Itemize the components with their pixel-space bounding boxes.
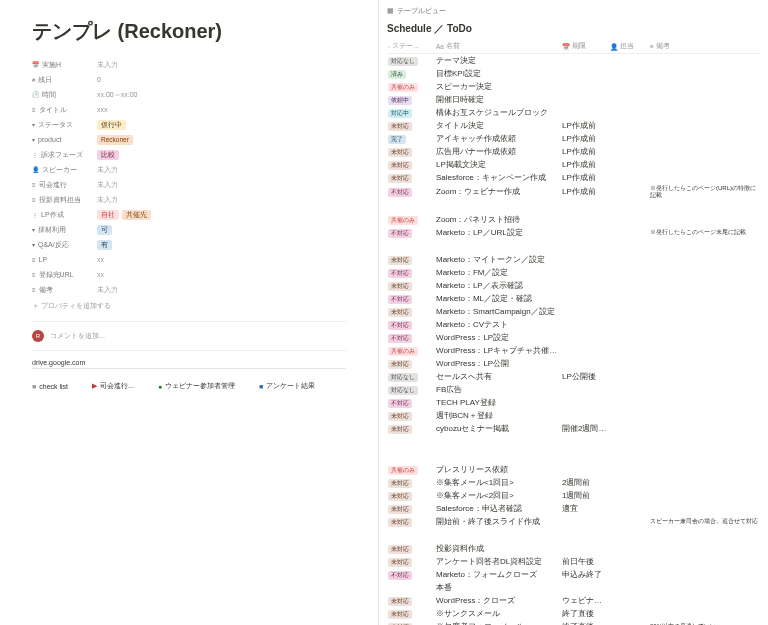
table-view-selector[interactable]: ▦ テーブルビュー — [387, 4, 760, 18]
cell-status[interactable]: 不対応 — [387, 320, 435, 330]
cell-deadline[interactable]: 2週間前 — [561, 477, 609, 488]
cell-name[interactable]: LP掲載文決定 — [435, 159, 561, 170]
cell-status[interactable]: 未対応 — [387, 609, 435, 619]
table-row[interactable]: 不対応TECH PLAY登録 — [387, 396, 760, 409]
cell-status[interactable]: 未対応 — [387, 557, 435, 567]
cell-deadline[interactable]: 前日午後 — [561, 556, 609, 567]
cell-name[interactable]: 広告用バナー作成依頼 — [435, 146, 561, 157]
cell-status[interactable]: 未対応 — [387, 307, 435, 317]
table-row[interactable]: 未対応Marketo：SmartCampaign／設定 — [387, 305, 760, 318]
cell-deadline[interactable]: 開催2週間以上前 — [561, 423, 609, 434]
cell-name[interactable]: ※集客メール<1回目> — [435, 477, 561, 488]
property-value[interactable]: 可 — [97, 225, 112, 235]
table-row[interactable]: 未対応週刊BCN＋登録 — [387, 409, 760, 422]
property-row[interactable]: ▾ステータス仮行中 — [32, 117, 346, 132]
table-row[interactable]: 不対応WordPress：LP設定 — [387, 331, 760, 344]
cell-status[interactable]: 対応なし — [387, 56, 435, 66]
cell-name[interactable]: ※欠席者フォローメール — [435, 621, 561, 625]
cell-name[interactable]: 目標KPI設定 — [435, 68, 561, 79]
cell-name[interactable]: 週刊BCN＋登録 — [435, 410, 561, 421]
cell-name[interactable]: WordPress：クローズ — [435, 595, 561, 606]
table-row[interactable]: 本番 — [387, 581, 760, 594]
property-value[interactable]: 未入力 — [97, 285, 118, 295]
cell-deadline[interactable]: LP公開後 — [561, 371, 609, 382]
cell-name[interactable]: Salesforce：申込者確認 — [435, 503, 561, 514]
cell-note[interactable]: スピーカー兼司会の場合、追合せて対応 — [649, 518, 760, 525]
cell-deadline[interactable]: LP作成前 — [561, 172, 609, 183]
cell-name[interactable]: TECH PLAY登録 — [435, 397, 561, 408]
cell-note[interactable]: ※発行したらこのページ末尾に記載 — [649, 229, 760, 236]
add-property-button[interactable]: ＋ プロパティを追加する — [32, 297, 346, 315]
cell-status[interactable]: 未対応 — [387, 411, 435, 421]
cell-status[interactable]: 対応中 — [387, 108, 435, 118]
cell-name[interactable]: Marketo：フォームクローズ — [435, 569, 561, 580]
cell-status[interactable]: 未対応 — [387, 255, 435, 265]
cell-deadline[interactable]: LP作成前 — [561, 186, 609, 197]
property-row[interactable]: ≡備考未入力 — [32, 282, 346, 297]
cell-name[interactable]: cybozuセミナー掲載 — [435, 423, 561, 434]
cell-name[interactable]: アイキャッチ作成依頼 — [435, 133, 561, 144]
cell-deadline[interactable]: ウェビナー中 — [561, 595, 609, 606]
table-row[interactable]: 未対応※集客メール<2回目>1週間前 — [387, 489, 760, 502]
cell-status[interactable]: 未対応 — [387, 424, 435, 434]
cell-status[interactable]: 未対応 — [387, 478, 435, 488]
cell-name[interactable]: Zoom：パネリスト招待 — [435, 214, 561, 225]
cell-name[interactable]: プレスリリース依頼 — [435, 464, 561, 475]
cell-name[interactable]: Marketo：LP／表示確認 — [435, 280, 561, 291]
cell-note[interactable]: ※発行したらこのページ(URL)の特徴に記載 — [649, 185, 760, 198]
property-row[interactable]: ≡登録完URLxx — [32, 267, 346, 282]
cell-status[interactable]: 対応なし — [387, 385, 435, 395]
cell-status[interactable]: 不対応 — [387, 294, 435, 304]
table-row[interactable]: 未対応Marketo：マイトークン／設定 — [387, 253, 760, 266]
cell-status[interactable]: 未対応 — [387, 160, 435, 170]
cell-deadline[interactable]: LP作成前 — [561, 120, 609, 131]
cell-deadline[interactable]: LP作成前 — [561, 146, 609, 157]
property-value[interactable]: xx:00～xx:00 — [97, 90, 137, 100]
database-title[interactable]: Schedule ／ ToDo — [387, 22, 760, 36]
page-title[interactable]: テンプレ (Reckoner) — [32, 18, 346, 45]
cell-name[interactable]: 投影資料作成 — [435, 543, 561, 554]
property-row[interactable]: ▾Q&A/反応有 — [32, 237, 346, 252]
cell-status[interactable]: 未対応 — [387, 121, 435, 131]
table-row[interactable]: 対応なしFB広告 — [387, 383, 760, 396]
property-value[interactable]: 未入力 — [97, 195, 118, 205]
table-row[interactable]: 未対応タイトル決定LP作成前 — [387, 119, 760, 132]
cell-deadline[interactable]: 申込み終了 — [561, 569, 609, 580]
table-row[interactable]: 未対応アンケート回答者DL資料設定前日午後 — [387, 555, 760, 568]
property-row[interactable]: ≡司会進行未入力 — [32, 177, 346, 192]
cell-status[interactable]: 未対応 — [387, 504, 435, 514]
cell-status[interactable]: 不対応 — [387, 268, 435, 278]
table-row[interactable]: 未対応開始前・終了後スライド作成スピーカー兼司会の場合、追合せて対応 — [387, 515, 760, 528]
cell-status[interactable]: 未対応 — [387, 596, 435, 606]
cell-status[interactable]: 未対応 — [387, 147, 435, 157]
cell-name[interactable]: 本番 — [435, 582, 561, 593]
table-row[interactable]: 済み目標KPI設定 — [387, 67, 760, 80]
cell-status[interactable]: 不対応 — [387, 187, 435, 197]
property-value[interactable]: 仮行中 — [97, 120, 126, 130]
table-row[interactable]: 対応なしテーマ決定 — [387, 54, 760, 67]
cell-name[interactable]: Marketo：マイトークン／設定 — [435, 254, 561, 265]
cell-status[interactable]: 共催のみ — [387, 82, 435, 92]
table-row[interactable]: 依頼中開催日時確定 — [387, 93, 760, 106]
table-row[interactable]: 不対応Zoom：ウェビナー作成LP作成前※発行したらこのページ(URL)の特徴に… — [387, 184, 760, 199]
cell-status[interactable]: 済み — [387, 69, 435, 79]
property-row[interactable]: 🕐時間xx:00～xx:00 — [32, 87, 346, 102]
cell-deadline[interactable]: 終了直後 — [561, 621, 609, 625]
cell-name[interactable]: セールスへ共有 — [435, 371, 561, 382]
cell-status[interactable]: 不対応 — [387, 570, 435, 580]
table-row[interactable]: 共催のみZoom：パネリスト招待 — [387, 213, 760, 226]
table-row[interactable]: 不対応Marketo：LP／URL設定※発行したらこのページ末尾に記載 — [387, 226, 760, 239]
table-row[interactable]: 未対応Marketo：LP／表示確認 — [387, 279, 760, 292]
property-value[interactable]: xxx — [97, 106, 108, 113]
cell-name[interactable]: Marketo：ML／設定・確認 — [435, 293, 561, 304]
property-row[interactable]: ≡LPxx — [32, 252, 346, 267]
cell-name[interactable]: 構体お互スケジュールブロック — [435, 107, 561, 118]
cell-status[interactable]: 依頼中 — [387, 95, 435, 105]
table-row[interactable]: 未対応※サンクスメール終了直後 — [387, 607, 760, 620]
property-row[interactable]: ≡タイトルxxx — [32, 102, 346, 117]
table-row[interactable]: 未対応Salesforce：キャンペーン作成LP作成前 — [387, 171, 760, 184]
property-row[interactable]: #残日0 — [32, 72, 346, 87]
property-value[interactable]: 0 — [97, 76, 101, 83]
table-row[interactable]: 完了アイキャッチ作成依頼LP作成前 — [387, 132, 760, 145]
cell-name[interactable]: ※サンクスメール — [435, 608, 561, 619]
